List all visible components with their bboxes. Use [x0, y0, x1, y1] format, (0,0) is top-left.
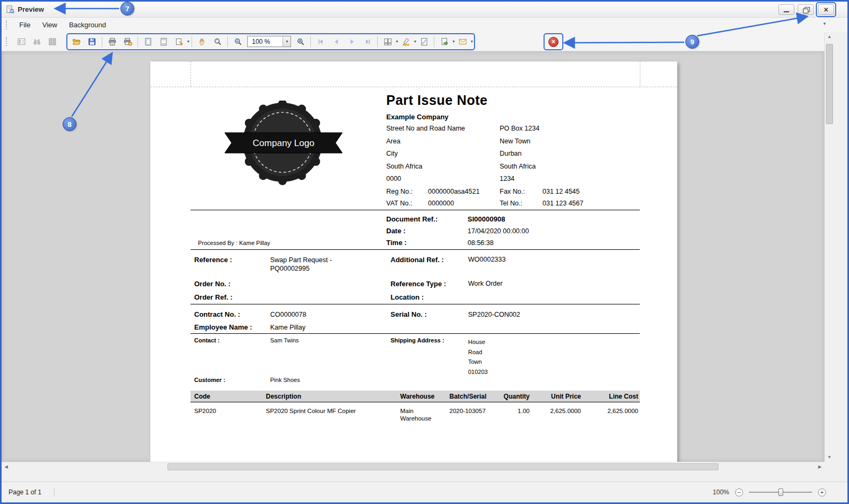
watermark-button[interactable]	[416, 35, 432, 49]
annotation-box-close-preview: ×	[544, 33, 563, 50]
order-ref-label: Order Ref. :	[190, 291, 270, 304]
zoom-plus-button[interactable]: +	[818, 488, 826, 497]
next-page-button[interactable]	[344, 35, 360, 49]
location-label: Location :	[387, 291, 468, 304]
zoom-out-button[interactable]	[230, 35, 246, 49]
reference-section: Reference : Swap Part Request - PQ000029…	[190, 250, 640, 304]
reference-label: Reference :	[190, 256, 270, 277]
title-bar: Preview ×	[2, 2, 847, 18]
contract-section: Contract No. : CO0000078 Serial No. : SP…	[190, 304, 640, 333]
send-email-button[interactable]	[455, 35, 470, 49]
scrollbar-corner	[824, 462, 833, 471]
export-document-button[interactable]	[437, 35, 452, 49]
customer-value: Pink Shoes	[270, 377, 387, 383]
menubar-overflow-icon[interactable]: ▾	[823, 21, 826, 26]
open-button[interactable]	[68, 35, 84, 49]
preview-app-icon	[6, 5, 14, 14]
last-page-button[interactable]	[360, 35, 375, 49]
page-setup-button[interactable]	[140, 35, 156, 49]
contact-label: Contact :	[190, 337, 270, 377]
date-label: Date :	[386, 225, 468, 237]
items-table: Code Description Warehouse Batch/Serial …	[190, 391, 640, 422]
col-description: Description	[262, 393, 396, 400]
hand-tool-button[interactable]	[194, 35, 210, 49]
address-row: 00001234	[386, 173, 640, 186]
zoom-slider[interactable]	[749, 488, 812, 497]
menu-view[interactable]: View	[36, 19, 63, 31]
contact-section: Contact : Sam Twins Shipping Address : H…	[190, 334, 640, 391]
close-preview-button[interactable]: ×	[546, 35, 561, 49]
vertical-scrollbar[interactable]: ▲ ▼	[824, 32, 833, 462]
maximize-button[interactable]	[798, 4, 814, 15]
print-button[interactable]	[104, 35, 120, 49]
registration-row: Reg No.:0000000asa4521 Fax No.:031 12 45…	[386, 186, 640, 198]
maximize-icon	[803, 7, 809, 12]
preview-window: Preview × File View Background ▾	[0, 0, 849, 504]
menubar-grip[interactable]	[6, 20, 9, 29]
col-unit-price: Unit Price	[531, 393, 583, 400]
reg-no-label: Reg No.:	[386, 186, 428, 198]
zoom-in-button[interactable]	[293, 35, 308, 49]
date-value: 17/04/2020 00:00:00	[468, 225, 529, 237]
zoom-dropdown-button[interactable]: ▾	[282, 36, 290, 47]
close-icon: ×	[824, 5, 828, 14]
minimize-button[interactable]	[778, 4, 794, 15]
scroll-left-icon[interactable]: ◀	[2, 462, 11, 471]
doc-ref-value: SI00000908	[468, 213, 529, 225]
additional-ref-value: WO0002333	[468, 256, 640, 277]
menu-background[interactable]: Background	[63, 19, 112, 31]
contract-no-value: CO0000078	[270, 308, 387, 321]
search-button[interactable]	[29, 35, 44, 49]
fax-no-value: 031 12 4545	[542, 186, 640, 198]
menu-file[interactable]: File	[13, 19, 36, 31]
customer-label: Customer :	[190, 377, 270, 383]
header-footer-button[interactable]	[156, 35, 171, 49]
scale-button[interactable]	[171, 35, 187, 49]
close-button[interactable]: ×	[818, 4, 834, 15]
report-page: Company Logo Part Issue Note Example Com…	[150, 62, 677, 462]
preview-canvas[interactable]: Company Logo Part Issue Note Example Com…	[2, 51, 824, 462]
toolbar: ▾ 100 % ▾	[2, 32, 824, 51]
window-title: Preview	[18, 5, 44, 13]
shipping-address-value: House Road Town 010203	[468, 337, 640, 377]
toolbar-separator	[192, 36, 192, 47]
horizontal-scrollbar[interactable]: ◀ ▶	[2, 462, 824, 471]
save-button[interactable]	[84, 35, 100, 49]
first-page-button[interactable]	[313, 35, 328, 49]
processed-by: Processed By : Kame Pillay	[198, 240, 270, 246]
toolbar-separator	[377, 36, 378, 47]
horizontal-scroll-thumb[interactable]	[167, 463, 718, 470]
company-logo: Company Logo	[225, 101, 342, 186]
zoom-slider-thumb[interactable]	[778, 488, 783, 496]
annotation-box-close-button: ×	[816, 2, 836, 17]
fax-no-label: Fax No.:	[500, 186, 542, 198]
scroll-up-icon[interactable]: ▲	[825, 32, 834, 41]
contract-no-label: Contract No. :	[190, 308, 270, 321]
close-preview-icon: ×	[548, 37, 559, 47]
scroll-right-icon[interactable]: ▶	[815, 462, 824, 471]
toolbar-grip[interactable]	[6, 37, 9, 46]
zoom-combobox[interactable]: 100 % ▾	[247, 36, 291, 47]
page-color-button[interactable]	[398, 35, 414, 49]
toolbar-separator	[102, 36, 102, 47]
multiple-pages-button[interactable]	[380, 35, 395, 49]
col-warehouse: Warehouse	[396, 393, 446, 400]
quick-print-button[interactable]	[120, 35, 135, 49]
col-code: Code	[190, 393, 262, 400]
col-line-cost: Line Cost	[583, 393, 640, 400]
email-dropdown-icon[interactable]: ▾	[471, 39, 473, 44]
document-map-button[interactable]	[13, 35, 29, 49]
toolbar-separator	[434, 36, 434, 47]
company-logo-text: Company Logo	[253, 138, 314, 148]
vertical-scroll-thumb[interactable]	[826, 44, 833, 124]
thumbnails-button[interactable]	[44, 35, 60, 49]
order-ref-value	[270, 291, 387, 304]
magnifier-button[interactable]	[210, 35, 225, 49]
scroll-down-icon[interactable]: ▼	[825, 453, 834, 462]
reference-value: Swap Part Request - PQ00002995	[270, 256, 350, 273]
toolbar-overflow-icon[interactable]: ▾	[568, 39, 570, 44]
zoom-minus-button[interactable]: −	[735, 488, 743, 497]
scale-dropdown-icon[interactable]: ▾	[187, 39, 189, 44]
previous-page-button[interactable]	[328, 35, 344, 49]
zoom-percent-label: 100%	[713, 488, 729, 496]
